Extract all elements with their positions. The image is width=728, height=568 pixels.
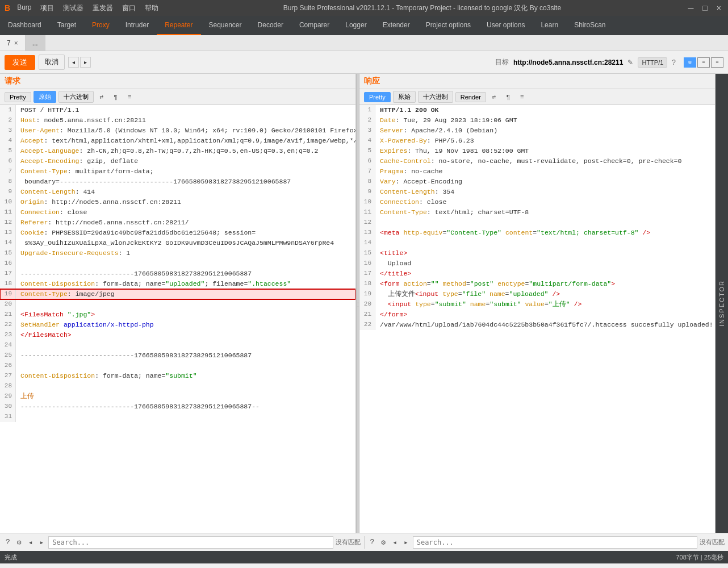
res-search-prev[interactable]: ◂ — [390, 537, 399, 548]
req-search-next[interactable]: ▸ — [37, 537, 46, 548]
nav-shiroscan[interactable]: ShiroScan — [566, 16, 613, 35]
menu-project[interactable]: 项目 — [40, 3, 54, 13]
nav-sequencer[interactable]: Sequencer — [201, 16, 250, 35]
res-icon-swap[interactable]: ⇄ — [488, 91, 500, 102]
menu-burp[interactable]: Burp — [17, 3, 31, 13]
req-line-28: 28 — [0, 381, 355, 391]
nav-target[interactable]: Target — [49, 16, 84, 35]
req-line-9: 9 Content-Length: 414 — [0, 187, 355, 197]
nav-repeater[interactable]: Repeater — [157, 16, 200, 35]
response-panel: 响应 Pretty 原始 十六进制 Render ⇄ ¶ ≡ 1 HTTP/1.… — [359, 74, 716, 533]
nav-extender[interactable]: Extender — [375, 16, 418, 35]
req-line-17: 17 -----------------------------17665805… — [0, 269, 355, 279]
req-line-20: 20 — [0, 299, 355, 310]
req-fmt-raw[interactable]: 原始 — [34, 91, 56, 103]
res-search-next[interactable]: ▸ — [401, 537, 411, 548]
res-no-match: 没有匹配 — [700, 538, 725, 546]
req-search-prev[interactable]: ◂ — [26, 537, 35, 548]
req-line-7: 7 Content-Type: multipart/form-data; — [0, 166, 355, 177]
nav-logger[interactable]: Logger — [337, 16, 374, 35]
req-line-10: 10 Origin: http://node5.anna.nssctf.cn:2… — [0, 197, 355, 207]
req-icon-swap[interactable]: ⇄ — [96, 91, 108, 102]
res-line-11: 11 Content-Type: text/html; charset=UTF-… — [359, 207, 715, 218]
res-line-22: 22 /var/www/html/upload/1ab7604dc44c5225… — [359, 320, 715, 330]
nav-decoder[interactable]: Decoder — [250, 16, 291, 35]
res-line-18: 18 <form action="" method="post" enctype… — [359, 279, 715, 289]
nav-arrows: ◂ ▸ — [68, 57, 91, 68]
res-search-help[interactable]: ? — [368, 537, 377, 548]
nav-user-options[interactable]: User options — [479, 16, 533, 35]
res-line-4: 4 X-Powered-By: PHP/5.6.23 — [359, 136, 715, 146]
req-icon-menu[interactable]: ≡ — [124, 92, 136, 102]
response-code-area: 1 HTTP/1.1 200 OK 2 Date: Tue, 29 Aug 20… — [359, 105, 715, 533]
req-search-help[interactable]: ? — [3, 537, 12, 548]
res-icon-menu[interactable]: ≡ — [516, 92, 528, 102]
req-line-13: 13 Cookie: PHPSESSID=29da91c49bc98fa21dd… — [0, 228, 355, 238]
main-content: 请求 Pretty 原始 十六进制 ⇄ ¶ ≡ 1 POST / HTTP/1.… — [0, 74, 728, 533]
req-line-2: 2 Host: node5.anna.nssctf.cn:28211 — [0, 115, 355, 126]
edit-icon[interactable]: ✎ — [627, 59, 633, 66]
response-search-input[interactable] — [413, 536, 697, 549]
cancel-button[interactable]: 取消 — [39, 55, 65, 70]
view-request-button[interactable]: ≡ — [697, 57, 710, 68]
nav-proxy[interactable]: Proxy — [84, 16, 118, 35]
res-line-13: 13 <meta http-equiv="Content-Type" conte… — [359, 228, 715, 238]
res-search-settings[interactable]: ⚙ — [379, 537, 388, 548]
burp-logo: B — [5, 3, 10, 12]
req-line-3: 3 User-Agent: Mozilla/5.0 (Windows NT 10… — [0, 126, 355, 136]
nav-dashboard[interactable]: Dashboard — [0, 16, 49, 35]
minimize-button[interactable]: ─ — [685, 3, 696, 12]
view-response-button[interactable]: ≡ — [711, 57, 723, 68]
nav-project-options[interactable]: Project options — [418, 16, 479, 35]
maximize-button[interactable]: □ — [700, 3, 709, 12]
nav-intruder[interactable]: Intruder — [118, 16, 157, 35]
menu-repeater[interactable]: 重发器 — [93, 3, 113, 13]
res-fmt-hex[interactable]: 十六进制 — [418, 91, 453, 103]
res-line-10: 10 Connection: close — [359, 197, 715, 207]
menu-tester[interactable]: 测试器 — [63, 3, 83, 13]
title-bar-left: B Burp 项目 测试器 重发器 窗口 帮助 — [5, 3, 158, 13]
req-line-18: 18 Content-Disposition: form-data; name=… — [0, 279, 355, 289]
tab-more[interactable]: ... — [26, 35, 45, 51]
req-no-match: 没有匹配 — [336, 538, 361, 546]
window-controls: ─ □ × — [685, 3, 723, 12]
req-line-24: 24 — [0, 340, 355, 350]
req-line-11: 11 Connection: close — [0, 207, 355, 218]
req-line-25: 25 -----------------------------17665805… — [0, 350, 355, 361]
res-line-9: 9 Content-Length: 354 — [359, 187, 715, 197]
res-line-21: 21 </form> — [359, 310, 715, 320]
res-fmt-pretty[interactable]: Pretty — [364, 92, 391, 102]
req-line-5: 5 Accept-Language: zh-CN,zh;q=0.8,zh-TW;… — [0, 146, 355, 156]
req-fmt-hex[interactable]: 十六进制 — [58, 91, 94, 103]
request-search-input[interactable] — [48, 536, 333, 549]
nav-learn[interactable]: Learn — [533, 16, 566, 35]
req-line-31: 31 — [0, 412, 355, 422]
view-split-button[interactable]: ⊞ — [684, 57, 696, 68]
menu-window[interactable]: 窗口 — [122, 3, 136, 13]
tab-7[interactable]: 7 × — [0, 35, 26, 51]
send-button[interactable]: 发送 — [5, 55, 35, 70]
res-fmt-raw[interactable]: 原始 — [393, 91, 416, 103]
nav-comparer[interactable]: Comparer — [291, 16, 337, 35]
menu-help[interactable]: 帮助 — [145, 3, 158, 13]
res-line-19: 19 上传文件<input type="file" name="uploaded… — [359, 289, 715, 299]
req-line-27: 27 Content-Disposition: form-data; name=… — [0, 371, 355, 381]
inspector-sidebar[interactable]: INSPECTOR — [716, 74, 728, 533]
tab-7-close[interactable]: × — [14, 39, 18, 47]
inspector-label: INSPECTOR — [718, 280, 725, 327]
status-right: 708字节 | 25毫秒 — [676, 553, 723, 562]
req-search-settings[interactable]: ⚙ — [15, 537, 24, 548]
res-fmt-render[interactable]: Render — [455, 92, 486, 102]
res-icon-para[interactable]: ¶ — [502, 92, 514, 102]
next-button[interactable]: ▸ — [80, 57, 91, 68]
res-line-7: 7 Pragma: no-cache — [359, 166, 715, 177]
help-icon[interactable]: ? — [672, 59, 676, 66]
req-icon-para[interactable]: ¶ — [110, 92, 122, 102]
prev-button[interactable]: ◂ — [68, 57, 79, 68]
close-button[interactable]: × — [714, 3, 723, 12]
res-line-6: 6 Cache-Control: no-store, no-cache, mus… — [359, 156, 715, 166]
req-fmt-pretty[interactable]: Pretty — [5, 92, 31, 102]
req-line-16: 16 — [0, 258, 355, 269]
title-bar: B Burp 项目 测试器 重发器 窗口 帮助 Burp Suite Profe… — [0, 0, 728, 16]
target-label: 目标 — [495, 57, 509, 67]
